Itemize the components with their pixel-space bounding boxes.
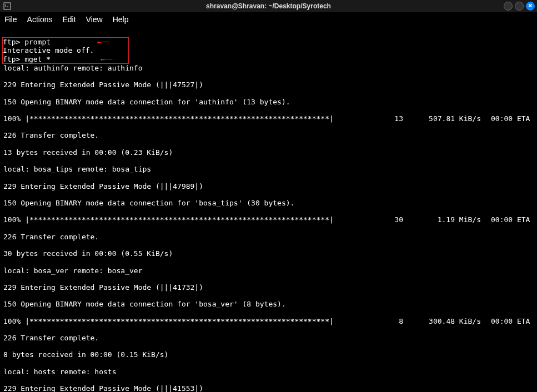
terminal-line: ftp> prompt (3, 38, 51, 46)
terminal-output[interactable]: ftp> prompt ←── Interactive mode off. ft… (0, 27, 537, 392)
menubar: File Actions Edit View Help (0, 12, 537, 27)
progress-bar: 100% |**********************************… (3, 317, 334, 325)
window-title: shravan@Shravan: ~/Desktop/Syrotech (206, 2, 331, 10)
terminal-line: local: bosa_tips remote: bosa_tips (3, 165, 151, 173)
minimize-button[interactable] (504, 2, 513, 11)
eta: 00:00 ETA (491, 215, 530, 224)
terminal-line: 30 bytes received in 00:00 (0.55 KiB/s) (3, 249, 173, 258)
svg-rect-0 (4, 3, 11, 9)
terminal-line: 150 Opening BINARY mode data connection … (3, 98, 290, 106)
terminal-icon (3, 2, 11, 10)
transfer-speed: 1.19 MiB/s (425, 215, 481, 224)
terminal-line: 13 bytes received in 00:00 (0.23 KiB/s) (3, 148, 173, 157)
terminal-line: 226 Transfer complete. (3, 131, 99, 139)
command-highlight-box: ftp> prompt ←── Interactive mode off. ft… (2, 37, 129, 64)
terminal-line: 226 Transfer complete. (3, 233, 99, 241)
close-button[interactable] (526, 2, 535, 11)
eta: 00:00 ETA (491, 114, 530, 123)
eta: 00:00 ETA (491, 317, 530, 325)
progress-bar: 100% |**********************************… (3, 215, 334, 224)
terminal-line: local: authinfo remote: authinfo (3, 64, 142, 72)
terminal-line: 226 Transfer complete. (3, 334, 99, 342)
bytes-count: 13 (387, 114, 403, 123)
terminal-line: ftp> mget * (3, 55, 51, 63)
menu-view[interactable]: View (86, 15, 103, 24)
titlebar: shravan@Shravan: ~/Desktop/Syrotech (0, 0, 537, 12)
terminal-line: local: bosa_ver remote: bosa_ver (3, 267, 142, 275)
terminal-line: 150 Opening BINARY mode data connection … (3, 199, 294, 207)
arrow-icon: ←── (101, 55, 112, 63)
progress-bar: 100% |**********************************… (3, 114, 334, 123)
transfer-speed: 507.81 KiB/s (425, 114, 481, 123)
window-controls (504, 2, 535, 11)
menu-help[interactable]: Help (113, 15, 129, 24)
terminal-line: local: hosts remote: hosts (3, 368, 117, 376)
terminal-line: 229 Entering Extended Passive Mode (|||4… (3, 81, 203, 89)
menu-edit[interactable]: Edit (62, 15, 76, 24)
terminal-line: Interactive mode off. (3, 46, 94, 54)
bytes-count: 30 (387, 215, 403, 224)
terminal-line: 229 Entering Extended Passive Mode (|||4… (3, 283, 203, 292)
transfer-speed: 300.48 KiB/s (425, 317, 481, 325)
terminal-line: 150 Opening BINARY mode data connection … (3, 300, 286, 308)
menu-file[interactable]: File (4, 15, 17, 24)
arrow-icon: ←── (97, 38, 108, 46)
terminal-line: 229 Entering Extended Passive Mode (|||4… (3, 182, 203, 190)
bytes-count: 8 (387, 317, 403, 325)
maximize-button[interactable] (515, 2, 524, 11)
menu-actions[interactable]: Actions (27, 15, 53, 24)
terminal-line: 8 bytes received in 00:00 (0.15 KiB/s) (3, 350, 168, 359)
terminal-line: 229 Entering Extended Passive Mode (|||4… (3, 384, 203, 392)
